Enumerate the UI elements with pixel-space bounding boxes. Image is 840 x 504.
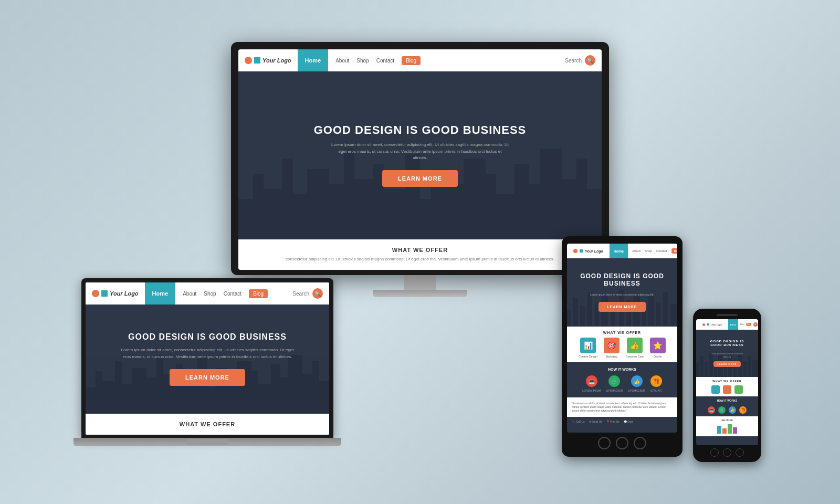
tablet-menu-button[interactable]	[634, 437, 646, 449]
phone-bar-4	[733, 427, 737, 434]
tablet-contact-4: 💬 Chat	[624, 420, 633, 423]
tablet-offer-label-4: Quality	[654, 355, 662, 358]
phone-offer-section: WHAT WE OFFER	[696, 377, 758, 396]
laptop-trackpad	[186, 439, 228, 445]
tablet-home-bar	[598, 437, 646, 449]
tablet-contact-3: 📍 Find Us	[606, 420, 620, 423]
desktop-site: Your Logo Home About Shop Contact Blog S…	[238, 49, 602, 270]
tablet-offer-icon-3: 👍	[627, 338, 643, 353]
tablet-how-label-2: LIPSMACKER	[606, 389, 623, 392]
laptop-screen: Your Logo Home About Shop Contact Blog S…	[86, 282, 329, 435]
laptop-nav-blog[interactable]: Blog	[249, 289, 268, 298]
phone-bar-3	[728, 424, 732, 434]
tablet-how-icon-2: 🛒	[608, 375, 620, 387]
phone-bar-1	[717, 426, 721, 434]
desktop-stand-base	[373, 290, 467, 297]
laptop-nav-about[interactable]: About	[183, 291, 196, 297]
tablet-hero-cta[interactable]: LEARN MORE	[598, 302, 645, 312]
tablet-home-button[interactable]	[616, 437, 628, 449]
tablet-testimonial: "Lorem ipsum dolor sit amet, consectetur…	[567, 397, 677, 417]
phone-how-icon-1: 💻	[708, 406, 715, 414]
desktop-stand-neck	[404, 275, 436, 290]
phone-logo-square	[707, 323, 709, 326]
tablet-nav-about[interactable]: About	[632, 249, 640, 253]
nav-about-link[interactable]: About	[335, 58, 349, 64]
phone-nav-blog[interactable]: Blog	[746, 323, 751, 326]
tablet-hero-title: GOOD DESIGN IS GOOD BUSINESS	[578, 273, 667, 287]
tablet-nav-blog[interactable]: Blog	[671, 248, 677, 254]
tablet-logo-circle	[573, 249, 578, 253]
laptop-hero-title: GOOD DESIGN IS GOOD BUSINESS	[128, 332, 287, 342]
laptop-logo-circle	[92, 290, 99, 297]
phone-chart-section: WE OFFER	[696, 416, 758, 436]
desktop-device: Your Logo Home About Shop Contact Blog S…	[231, 42, 609, 297]
laptop-hero-subtitle: Lorem ipsum dolor sit amet, consectetur …	[118, 347, 297, 361]
search-icon[interactable]: 🔍	[585, 55, 595, 66]
laptop-nav-home[interactable]: Home	[145, 282, 176, 304]
tablet-how-label-1: LOREM IPSUM	[582, 389, 601, 392]
phone-device: Your Logo Home About Blog 🔍	[693, 309, 761, 462]
nav-home-link[interactable]: Home	[298, 49, 329, 71]
laptop-hero-cta[interactable]: LEARN MORE	[170, 369, 245, 386]
laptop-screen-outer: Your Logo Home About Shop Contact Blog S…	[81, 278, 333, 438]
tablet-nav: Your Logo Home About Shop Contact Blog S…	[567, 244, 677, 258]
phone-hero-cta[interactable]: LEARN MORE	[713, 361, 741, 367]
tablet-offer-label-1: Creative Design	[579, 355, 597, 358]
tablet-logo-text: Your Logo	[585, 249, 603, 253]
phone-screen: Your Logo Home About Blog 🔍	[696, 319, 758, 445]
phone-logo-circle	[702, 323, 705, 326]
tablet-offer-item-4: ⭐ Quality	[650, 338, 666, 358]
laptop-nav-contact[interactable]: Contact	[224, 291, 242, 297]
laptop-search-label: Search	[292, 291, 309, 297]
phone-offer-icon-1	[711, 385, 720, 394]
laptop-search-icon[interactable]: 🔍	[312, 288, 323, 299]
phone-logo-text: Your Logo	[711, 323, 722, 326]
phone-speaker	[717, 314, 738, 316]
scene: Your Logo Home About Shop Contact Blog S…	[52, 26, 788, 478]
tablet-back-button[interactable]	[598, 437, 611, 449]
tablet-contact-1: 📞 Call Us	[572, 420, 585, 423]
logo-area: Your Logo	[238, 57, 298, 64]
phone-menu-button[interactable]	[736, 448, 744, 457]
phone-nav-search: 🔍	[753, 322, 758, 327]
tablet-hero-subtitle: Lorem ipsum dolor sit amet, consectetur …	[590, 292, 654, 297]
desktop-screen-outer: Your Logo Home About Shop Contact Blog S…	[231, 42, 609, 275]
phone-nav-about[interactable]: About	[740, 323, 744, 326]
tablet-nav-contact[interactable]: Contact	[656, 249, 667, 253]
phone-bar-2	[722, 428, 727, 434]
desktop-offer-section: WHAT WE OFFER consectetur adipiscing eli…	[238, 239, 602, 270]
tablet-offer-label-3: Customer Care	[626, 355, 644, 358]
phone-nav-home[interactable]: Home	[728, 319, 738, 330]
phone-home-button[interactable]	[723, 448, 731, 457]
tablet-outer: Your Logo Home About Shop Contact Blog S…	[562, 236, 682, 457]
phone-offer-title: WHAT WE OFFER	[699, 380, 755, 383]
tablet-how-title: HOW IT WORKS	[608, 368, 636, 371]
phone-outer: Your Logo Home About Blog 🔍	[693, 309, 761, 462]
laptop-nav-shop[interactable]: Shop	[204, 291, 216, 297]
tablet-logo-square	[580, 249, 583, 253]
tablet-testimonial-text: "Lorem ipsum dolor sit amet, consectetur…	[572, 402, 672, 413]
tablet-nav-shop[interactable]: Shop	[645, 249, 652, 253]
phone-nav-links: About Blog	[738, 323, 753, 326]
desktop-screen: Your Logo Home About Shop Contact Blog S…	[238, 49, 602, 270]
hero-cta-button[interactable]: LEARN MORE	[382, 170, 458, 187]
phone-chart-title: WE OFFER	[699, 419, 755, 422]
tablet-offer-section: WHAT WE OFFER 📊 Creative Design 🎯 Market…	[567, 327, 677, 362]
phone-back-button[interactable]	[710, 448, 719, 457]
laptop-hero: GOOD DESIGN IS GOOD BUSINESS Lorem ipsum…	[86, 304, 329, 414]
nav-contact-link[interactable]: Contact	[376, 58, 394, 64]
tablet-how-icon-1: 💻	[586, 375, 597, 387]
nav-blog-button[interactable]: Blog	[402, 56, 421, 65]
phone-logo-area: Your Logo	[696, 323, 728, 326]
tablet-nav-home[interactable]: Home	[610, 244, 628, 258]
tablet-how-item-4: 🎁 STAN AIT	[650, 375, 662, 392]
laptop-nav-links: About Shop Contact Blog	[175, 289, 292, 298]
tablet-offer-title: WHAT WE OFFER	[571, 331, 673, 334]
tablet-nav-links: About Shop Contact Blog	[628, 248, 677, 254]
phone-search-icon[interactable]: 🔍	[753, 322, 758, 327]
tablet-offer-item-3: 👍 Customer Care	[626, 338, 644, 358]
tablet-how-section: HOW IT WORKS 💻 LOREM IPSUM 🛒 LIPSMACKER	[567, 362, 677, 397]
hero-title: GOOD DESIGN IS GOOD BUSINESS	[314, 124, 527, 136]
phone-hero-title: GOOD DESIGN IS GOOD BUSINESS	[707, 340, 748, 348]
nav-shop-link[interactable]: Shop	[356, 58, 369, 64]
